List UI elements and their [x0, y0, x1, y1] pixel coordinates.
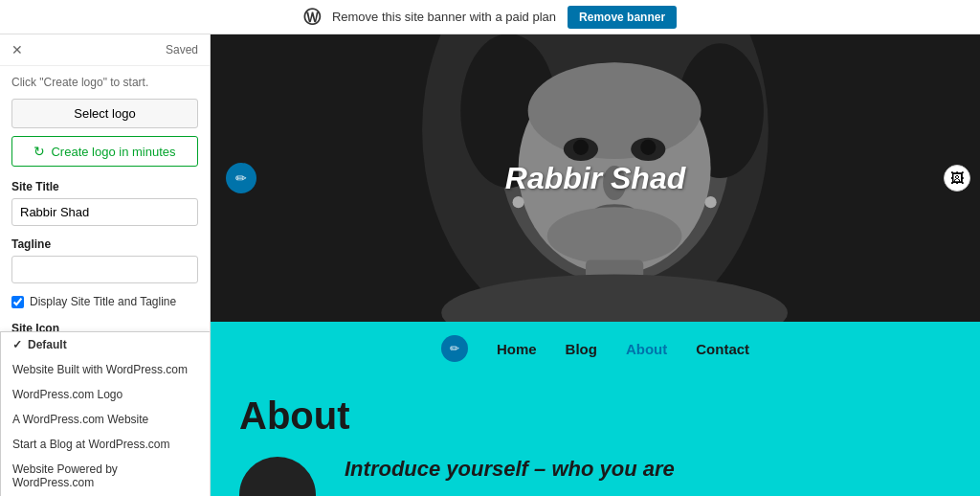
dropdown-item-website-built[interactable]: Website Built with WordPress.com: [1, 357, 210, 382]
site-icon-dropdown: ✓ Default Website Built with WordPress.c…: [0, 331, 211, 496]
introduce-text: Introduce yourself – who you are: [345, 457, 675, 482]
svg-point-7: [528, 62, 702, 158]
nav-item-home[interactable]: Home: [497, 341, 537, 357]
dropdown-item-default[interactable]: ✓ Default: [1, 332, 210, 357]
dropdown-item-wp-website[interactable]: A WordPress.com Website: [1, 407, 210, 432]
hero-name: Rabbir Shad: [505, 161, 685, 196]
svg-point-18: [705, 196, 717, 208]
site-title-label: Site Title: [11, 180, 198, 193]
dropdown-item-powered-by[interactable]: Website Powered by WordPress.com: [1, 457, 210, 495]
svg-point-17: [513, 196, 524, 208]
sidebar-header: ✕ Saved: [0, 34, 210, 66]
nav-item-blog[interactable]: Blog: [566, 341, 597, 357]
about-title: About: [239, 395, 951, 438]
content-row: Introduce yourself – who you are: [239, 457, 951, 496]
svg-point-14: [547, 207, 682, 264]
main-layout: ✕ Saved Click "Create logo" to start. Se…: [0, 34, 980, 496]
create-logo-button[interactable]: ↻ Create logo in minutes: [11, 136, 198, 167]
tagline-label: Tagline: [11, 237, 198, 251]
recycle-icon: ↻: [33, 144, 45, 159]
select-logo-button[interactable]: Select logo: [11, 99, 198, 128]
dropdown-item-start-blog[interactable]: Start a Blog at WordPress.com: [1, 432, 210, 457]
nav-section: ✏ Home Blog About Contact: [211, 322, 980, 375]
svg-point-10: [573, 140, 589, 155]
nav-item-contact[interactable]: Contact: [696, 341, 749, 357]
nav-item-about[interactable]: About: [626, 341, 667, 357]
preview-area: Rabbir Shad ✏ 🖼 ✏ Home Blog About Contac…: [211, 34, 980, 496]
edit-pencil-icon[interactable]: ✏: [226, 163, 256, 193]
remove-banner-button[interactable]: Remove banner: [568, 6, 677, 29]
banner-message: Remove this site banner with a paid plan: [332, 10, 556, 24]
saved-label: Saved: [166, 43, 198, 56]
sidebar: ✕ Saved Click "Create logo" to start. Se…: [0, 34, 211, 496]
nav-edit-icon[interactable]: ✏: [441, 335, 468, 362]
site-title-input[interactable]: [11, 198, 198, 226]
wordpress-icon: Ⓦ: [303, 6, 321, 29]
checkmark-icon: ✓: [12, 338, 22, 351]
avatar: [239, 457, 316, 496]
content-section: About Introduce yourself – who you are: [211, 375, 980, 496]
display-title-label: Display Site Title and Tagline: [30, 295, 176, 308]
tagline-input[interactable]: [11, 256, 198, 283]
display-title-checkbox[interactable]: [11, 296, 24, 308]
dropdown-item-wp-logo[interactable]: WordPress.com Logo: [1, 382, 210, 407]
hint-text: Click "Create logo" to start.: [11, 76, 198, 89]
hero-section: Rabbir Shad ✏ 🖼: [211, 34, 980, 322]
display-title-row: Display Site Title and Tagline: [11, 295, 198, 308]
site-banner: Ⓦ Remove this site banner with a paid pl…: [0, 0, 980, 34]
svg-point-11: [640, 140, 656, 155]
edit-image-icon[interactable]: 🖼: [944, 165, 970, 192]
close-icon[interactable]: ✕: [11, 42, 23, 57]
